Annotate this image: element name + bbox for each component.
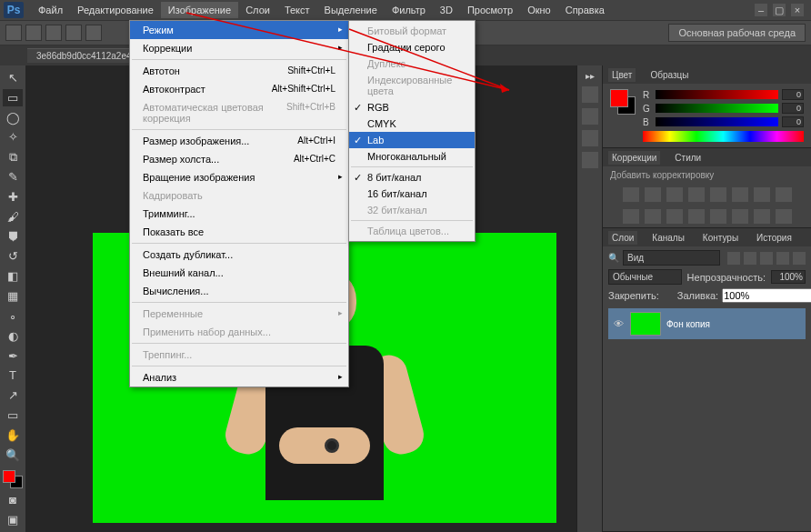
- marquee-tool-icon[interactable]: ▭: [3, 89, 23, 106]
- panel-icon[interactable]: [582, 152, 598, 168]
- dodge-tool-icon[interactable]: ◐: [3, 327, 23, 345]
- adj-brightness-icon[interactable]: [623, 187, 639, 202]
- visibility-icon[interactable]: 👁: [612, 317, 625, 330]
- submenu-item[interactable]: Многоканальный: [349, 148, 475, 165]
- menu-item[interactable]: Внешний канал...: [130, 264, 348, 282]
- submenu-item[interactable]: 8 бит/канал: [349, 169, 475, 186]
- menu-справка[interactable]: Справка: [558, 2, 612, 18]
- layer-item[interactable]: 👁 Фон копия: [608, 308, 806, 339]
- option-icon[interactable]: [25, 25, 42, 41]
- adj-balance-icon[interactable]: [754, 187, 770, 202]
- menu-редактирование[interactable]: Редактирование: [70, 2, 161, 18]
- adj-gradient-map-icon[interactable]: [754, 209, 770, 224]
- zoom-tool-icon[interactable]: 🔍: [3, 447, 23, 464]
- adj-threshold-icon[interactable]: [732, 209, 748, 224]
- menu-item[interactable]: АвтоконтрастAlt+Shift+Ctrl+L: [130, 80, 348, 98]
- stamp-tool-icon[interactable]: ⛊: [3, 228, 23, 246]
- layer-filter-select[interactable]: Вид: [623, 250, 720, 266]
- adj-bw-icon[interactable]: [776, 187, 792, 202]
- menu-изображение[interactable]: Изображение: [161, 2, 238, 18]
- gradient-tool-icon[interactable]: ▦: [3, 287, 23, 305]
- fg-bg-swatch[interactable]: [3, 470, 23, 489]
- opacity-input[interactable]: [771, 270, 806, 284]
- history-brush-tool-icon[interactable]: ↺: [3, 247, 23, 265]
- menu-item[interactable]: Вращение изображения: [130, 168, 348, 186]
- filter-smart-icon[interactable]: [793, 252, 806, 265]
- healing-tool-icon[interactable]: ✚: [3, 188, 23, 206]
- fill-input[interactable]: [722, 288, 811, 303]
- panel-icon[interactable]: [582, 86, 598, 103]
- adj-photo-filter-icon[interactable]: [623, 209, 639, 224]
- type-tool-icon[interactable]: T: [3, 366, 23, 384]
- pen-tool-icon[interactable]: ✒: [3, 347, 23, 365]
- slider-b[interactable]: [656, 117, 778, 126]
- blur-tool-icon[interactable]: ∘: [3, 307, 23, 325]
- tab-paths[interactable]: Контуры: [699, 231, 742, 245]
- crop-tool-icon[interactable]: ⧉: [3, 148, 23, 166]
- color-swatch[interactable]: [610, 89, 636, 115]
- screenmode-icon[interactable]: ▣: [3, 511, 23, 528]
- option-icon[interactable]: [45, 25, 62, 41]
- brush-tool-icon[interactable]: 🖌: [3, 208, 23, 226]
- menu-слои[interactable]: Слои: [238, 2, 277, 18]
- submenu-item[interactable]: CMYK: [349, 115, 475, 132]
- menu-item[interactable]: Показать все: [130, 223, 348, 241]
- blend-mode-select[interactable]: Обычные: [608, 269, 682, 285]
- adj-exposure-icon[interactable]: [688, 187, 705, 202]
- close-icon[interactable]: ×: [791, 4, 804, 16]
- adj-posterize-icon[interactable]: [710, 209, 726, 224]
- mode-submenu[interactable]: Битовый форматГрадации серогоДуплексИнде…: [348, 20, 476, 242]
- menu-item[interactable]: Вычисления...: [130, 282, 348, 300]
- shape-tool-icon[interactable]: ▭: [3, 407, 23, 424]
- option-icon[interactable]: [65, 25, 82, 41]
- hue-strip[interactable]: [643, 131, 804, 142]
- tab-styles[interactable]: Стили: [671, 151, 705, 165]
- path-tool-icon[interactable]: ↗: [3, 386, 23, 404]
- menu-item[interactable]: Тримминг...: [130, 205, 348, 223]
- adj-channel-mixer-icon[interactable]: [645, 209, 661, 224]
- tab-layers[interactable]: Слои: [608, 231, 637, 245]
- menu-3d[interactable]: 3D: [433, 2, 460, 18]
- menu-item[interactable]: Размер изображения...Alt+Ctrl+I: [130, 132, 348, 150]
- menu-item[interactable]: Размер холста...Alt+Ctrl+C: [130, 150, 348, 168]
- submenu-item[interactable]: 16 бит/канал: [349, 186, 475, 202]
- menu-item[interactable]: Коррекции: [130, 39, 348, 57]
- menu-окно[interactable]: Окно: [520, 2, 558, 18]
- menu-item[interactable]: Анализ: [130, 368, 348, 386]
- slider-g[interactable]: [656, 104, 778, 113]
- panel-icon[interactable]: [582, 130, 598, 146]
- tab-swatches[interactable]: Образцы: [646, 68, 692, 82]
- wand-tool-icon[interactable]: ✧: [3, 128, 23, 146]
- tool-preset-icon[interactable]: [5, 25, 22, 41]
- quickmask-icon[interactable]: ◙: [3, 491, 23, 508]
- adj-curves-icon[interactable]: [666, 187, 683, 202]
- adj-lookup-icon[interactable]: [666, 209, 683, 224]
- minimize-icon[interactable]: –: [755, 4, 767, 16]
- image-menu-dropdown[interactable]: РежимКоррекцииАвтотонShift+Ctrl+LАвтокон…: [129, 20, 349, 387]
- menu-item[interactable]: Режим: [130, 21, 348, 39]
- filter-shape-icon[interactable]: [776, 252, 789, 265]
- value-r[interactable]: 0: [782, 89, 804, 100]
- submenu-item[interactable]: Градации серого: [349, 39, 475, 55]
- tab-history[interactable]: История: [753, 231, 796, 245]
- eyedropper-tool-icon[interactable]: ✎: [3, 168, 23, 186]
- adj-invert-icon[interactable]: [688, 209, 705, 224]
- restore-icon[interactable]: ▢: [773, 4, 786, 16]
- menu-текст[interactable]: Текст: [277, 2, 317, 18]
- value-g[interactable]: 0: [782, 103, 804, 114]
- lasso-tool-icon[interactable]: ◯: [3, 109, 23, 126]
- menu-выделение[interactable]: Выделение: [317, 2, 385, 18]
- filter-adj-icon[interactable]: [744, 252, 756, 265]
- adj-selective-icon[interactable]: [776, 209, 792, 224]
- slider-r[interactable]: [656, 90, 778, 99]
- foreground-color[interactable]: [3, 470, 15, 483]
- menu-файл[interactable]: Файл: [31, 2, 70, 18]
- hand-tool-icon[interactable]: ✋: [3, 427, 23, 444]
- adj-hue-icon[interactable]: [732, 187, 748, 202]
- tab-channels[interactable]: Каналы: [648, 231, 688, 245]
- menu-item[interactable]: Создать дубликат...: [130, 246, 348, 264]
- submenu-item[interactable]: RGB: [349, 99, 475, 115]
- submenu-item[interactable]: Lab: [349, 132, 475, 148]
- expand-panels-icon[interactable]: ▸▸: [586, 71, 595, 81]
- menu-фильтр[interactable]: Фильтр: [385, 2, 433, 18]
